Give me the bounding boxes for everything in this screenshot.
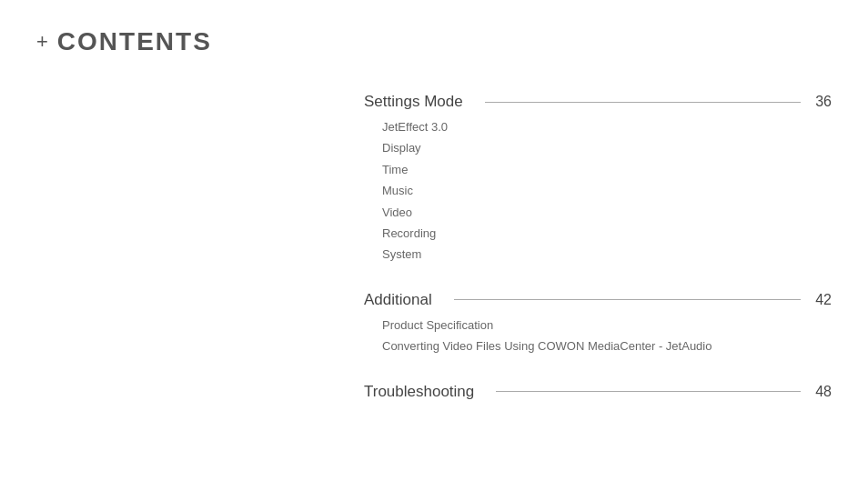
toc-sub-items-additional: Product Specification Converting Video F…: [364, 315, 832, 357]
toc-line-additional: [454, 299, 802, 300]
header: + CONTENTS: [36, 27, 832, 56]
contents-area: Settings Mode 36 JetEffect 3.0 Display T…: [36, 93, 832, 401]
list-item: JetEffect 3.0: [382, 116, 832, 137]
toc-main-row-additional: Additional 42: [364, 291, 832, 309]
toc-page-additional: 42: [815, 292, 832, 308]
toc-sub-items-settings-mode: JetEffect 3.0 Display Time Music Video R…: [364, 116, 832, 266]
list-item: Recording: [382, 223, 832, 244]
toc-label-additional: Additional: [364, 291, 432, 309]
header-plus: +: [36, 30, 48, 54]
toc-section-additional: Additional 42 Product Specification Conv…: [364, 291, 832, 357]
header-title: CONTENTS: [57, 27, 212, 56]
toc-line-troubleshooting: [496, 391, 801, 392]
toc-label-troubleshooting: Troubleshooting: [364, 383, 474, 401]
toc-label-settings-mode: Settings Mode: [364, 93, 463, 111]
toc-section-troubleshooting: Troubleshooting 48: [364, 383, 832, 401]
toc-section-settings-mode: Settings Mode 36 JetEffect 3.0 Display T…: [364, 93, 832, 266]
toc-page-troubleshooting: 48: [815, 384, 832, 400]
toc-main-row-settings-mode: Settings Mode 36: [364, 93, 832, 111]
list-item: Music: [382, 180, 832, 201]
list-item: Product Specification: [382, 315, 832, 336]
toc-page-settings-mode: 36: [815, 94, 832, 110]
list-item: System: [382, 244, 832, 265]
list-item: Converting Video Files Using COWON Media…: [382, 336, 832, 356]
list-item: Video: [382, 202, 832, 223]
page: + CONTENTS Settings Mode 36 JetEffect 3.…: [0, 0, 868, 491]
list-item: Time: [382, 159, 832, 180]
list-item: Display: [382, 137, 832, 158]
toc-main-row-troubleshooting: Troubleshooting 48: [364, 383, 832, 401]
toc-line-settings-mode: [485, 102, 802, 103]
